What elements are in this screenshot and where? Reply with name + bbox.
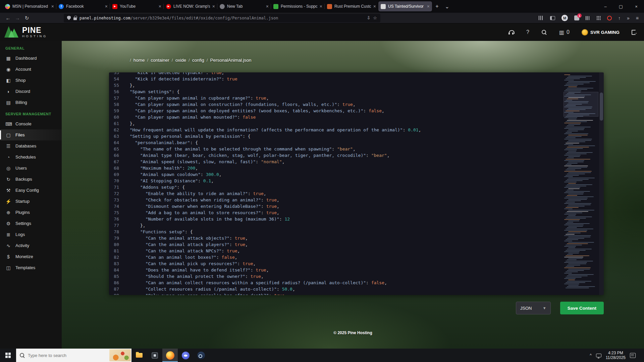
browser-tab[interactable]: ▶YouTube×: [110, 1, 164, 11]
browser-tab[interactable]: New Tab×: [217, 1, 271, 11]
url-bar[interactable]: panel.pinehosting.com/server/b329e3e4/fi…: [64, 14, 380, 22]
steam-button[interactable]: [193, 349, 209, 362]
tab-title: Permissions - Support - Co: [281, 4, 317, 9]
search-icon[interactable]: [541, 29, 547, 35]
code-line: 70 "AI Stopping Distance": 0.1,: [109, 178, 557, 184]
sidebar-item-billing[interactable]: ▤Billing: [0, 97, 62, 108]
sidebar-item-label: Activity: [15, 243, 29, 248]
account-avatar[interactable]: M: [561, 15, 568, 21]
breadcrumb-segment[interactable]: home: [133, 58, 145, 63]
window-minimize-button[interactable]: –: [598, 0, 613, 13]
forward-button[interactable]: →: [13, 14, 22, 22]
discord-button[interactable]: [178, 349, 193, 362]
start-button[interactable]: [0, 349, 16, 362]
breadcrumb-segment[interactable]: PersonalAnimal.json: [210, 58, 251, 63]
browser-tab[interactable]: ▶LIVE NOW: Gramp's TD×: [164, 1, 217, 11]
back-button[interactable]: ←: [3, 14, 13, 22]
opera-extension-icon[interactable]: [607, 16, 612, 20]
breadcrumb-segment[interactable]: container: [151, 58, 169, 63]
downloads-bars-icon[interactable]: [586, 16, 590, 20]
sidebar-item-console[interactable]: ⌨Console: [0, 118, 62, 129]
scrollbar-thumb[interactable]: [600, 93, 603, 121]
breadcrumb-segment[interactable]: config: [192, 58, 204, 63]
sidebar-item-shop[interactable]: ◧Shop: [0, 75, 62, 86]
line-number: 82: [109, 254, 124, 260]
sidebar-item-databases[interactable]: ☰Databases: [0, 140, 62, 152]
tab-close-button[interactable]: ×: [373, 4, 376, 9]
format-select[interactable]: JSON ▼: [516, 302, 551, 314]
tracking-protection-shield-icon[interactable]: [67, 16, 71, 20]
code-text: "Dismount owner when entering RaidableBa…: [124, 203, 279, 209]
tab-close-button[interactable]: ×: [320, 4, 322, 9]
tab-list-button[interactable]: ⌄: [442, 1, 452, 11]
tray-expand-icon[interactable]: ^: [590, 353, 592, 358]
support-headset-icon[interactable]: [508, 30, 514, 35]
network-icon[interactable]: [596, 354, 601, 357]
overflow-chevrons-icon[interactable]: »: [627, 15, 630, 21]
apps-grid-icon[interactable]: [596, 16, 601, 20]
code-line: 58 "Can player spawn animal on construct…: [109, 101, 557, 108]
sidebar-toggle-icon[interactable]: [550, 16, 555, 20]
browser-tab[interactable]: Permissions - Support - Co×: [271, 1, 325, 11]
editor-scrollbar[interactable]: [599, 72, 604, 295]
sidebar-item-users[interactable]: ◎Users: [0, 163, 62, 174]
code-text: "Setting up personal animals by permissi…: [124, 133, 251, 139]
tab-close-button[interactable]: ×: [105, 4, 108, 9]
logout-icon[interactable]: [632, 30, 636, 35]
bookmark-star-icon[interactable]: ☆: [373, 15, 377, 20]
breadcrumb-segment[interactable]: oxide: [175, 58, 186, 63]
help-icon[interactable]: ?: [526, 29, 529, 35]
sidebar-item-settings[interactable]: ⚙Settings: [0, 218, 62, 229]
extension-icon[interactable]: 1: [574, 15, 579, 20]
file-explorer-button[interactable]: [131, 349, 147, 362]
minimap[interactable]: [564, 74, 598, 294]
taskbar-search[interactable]: [16, 349, 131, 362]
code-line: 82 "Can an animal loot boxes?": false,: [109, 254, 557, 260]
firefox-button[interactable]: [162, 349, 178, 362]
file-editor[interactable]: 53 "Kick if detected flyhack?": true,54 …: [109, 72, 604, 295]
search-highlight-image[interactable]: [109, 349, 131, 361]
sidebar-item-label: Users: [15, 166, 27, 171]
save-page-icon[interactable]: ⇩: [367, 15, 370, 20]
refresh-button[interactable]: ↻: [22, 14, 32, 22]
action-center-icon[interactable]: [630, 353, 636, 358]
account-menu[interactable]: SVR GAMING: [582, 29, 620, 36]
save-content-button[interactable]: Save Content: [560, 302, 604, 314]
sidebar-item-schedules[interactable]: ◔Schedules: [0, 152, 62, 163]
line-number: 73: [109, 197, 124, 203]
share-icon[interactable]: ↑: [618, 15, 621, 21]
snip-tool-button[interactable]: [147, 349, 162, 362]
sidebar-item-discord[interactable]: ◗Discord: [0, 86, 62, 97]
library-icon[interactable]: [539, 16, 544, 20]
tab-close-button[interactable]: ×: [266, 4, 269, 9]
browser-tab[interactable]: Rust Premium Custom Map×: [325, 1, 378, 11]
sidebar-item-templates[interactable]: ◫Templates: [0, 262, 62, 273]
code-body[interactable]: 53 "Kick if detected flyhack?": true,54 …: [109, 72, 604, 295]
sidebar-item-activity[interactable]: ∿Activity: [0, 240, 62, 251]
browser-tab[interactable]: fFacebook×: [56, 1, 110, 11]
tab-close-button[interactable]: ×: [51, 4, 54, 9]
sidebar-item-startup[interactable]: ⚡Startup: [0, 196, 62, 207]
server-count[interactable]: ▥0: [559, 29, 570, 36]
hamburger-menu-icon[interactable]: ≡: [636, 15, 639, 21]
sidebar-item-plugins[interactable]: ⊕Plugins: [0, 207, 62, 218]
browser-tab[interactable]: MSN | Personalized News, T×: [3, 1, 56, 11]
sidebar-item-dashboard[interactable]: ▦Dashboard: [0, 53, 62, 64]
tab-close-button[interactable]: ×: [159, 4, 161, 9]
sidebar-item-easy-config[interactable]: ⚒Easy Config: [0, 185, 62, 196]
sidebar-item-account[interactable]: ◉Account: [0, 64, 62, 75]
sidebar-item-files[interactable]: ▢Files: [0, 129, 62, 140]
window-close-button[interactable]: ×: [629, 0, 644, 13]
window-maximize-button[interactable]: ▢: [613, 0, 629, 13]
pine-hosting-logo[interactable]: PINE HOSTING: [4, 25, 47, 39]
sidebar-item-monetize[interactable]: $Monetize: [0, 251, 62, 262]
tab-close-button[interactable]: ×: [427, 4, 430, 9]
steam-icon: [197, 352, 205, 359]
taskbar-clock[interactable]: 4:23 PM 11/28/2025: [606, 351, 626, 360]
https-lock-icon[interactable]: [73, 17, 77, 20]
sidebar-item-backups[interactable]: ↻Backups: [0, 174, 62, 185]
new-tab-button[interactable]: +: [432, 1, 442, 11]
browser-tab[interactable]: US Tainted/Survivor PVE M×: [378, 1, 432, 11]
tab-close-button[interactable]: ×: [212, 4, 215, 9]
sidebar-item-logs[interactable]: ≣Logs: [0, 229, 62, 240]
